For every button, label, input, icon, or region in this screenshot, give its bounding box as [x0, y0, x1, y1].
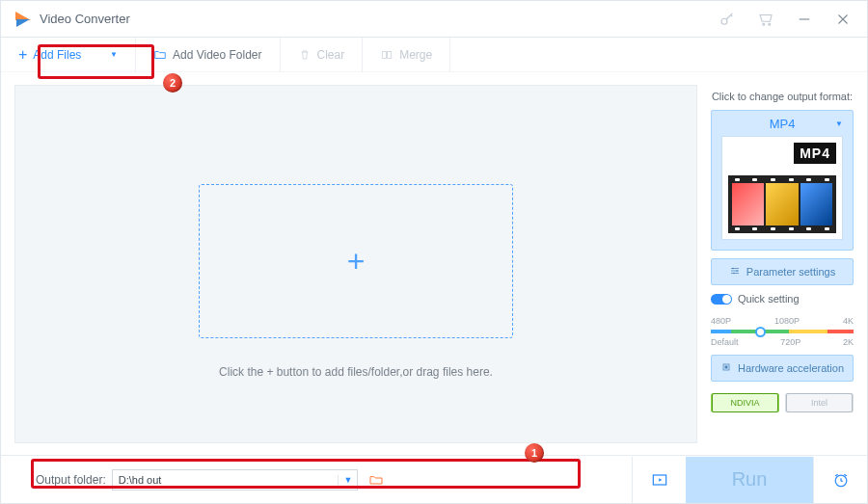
schedule-button[interactable]: [813, 457, 867, 503]
add-video-folder-label: Add Video Folder: [173, 48, 262, 62]
toolbar: + Add Files ▼ Add Video Folder Clear Mer…: [1, 38, 867, 72]
app-logo-icon: [14, 11, 32, 28]
add-files-button[interactable]: + Add Files ▼: [1, 38, 136, 72]
output-format-label: Click to change output format:: [711, 91, 854, 102]
nvidia-button[interactable]: NDIVIA: [711, 393, 779, 412]
footer: Output folder: ▼ Run: [1, 455, 867, 503]
svg-rect-9: [724, 366, 727, 369]
resolution-ticks-bottom: Default 720P 2K: [711, 337, 854, 347]
output-format-selector[interactable]: MP4 ▼: [712, 111, 853, 136]
tick-2k: 2K: [843, 337, 854, 347]
nvidia-label: NDIVIA: [712, 393, 778, 412]
drop-hint: Click the + button to add files/folder,o…: [15, 365, 696, 379]
svg-point-1: [763, 23, 765, 25]
play-output-button[interactable]: [632, 457, 686, 503]
run-label: Run: [732, 468, 768, 491]
filmstrip-icon: [728, 175, 836, 233]
tick-default: Default: [711, 337, 739, 347]
svg-rect-4: [388, 51, 392, 58]
plus-icon: +: [18, 46, 27, 64]
annotation-number-1: 1: [525, 443, 544, 463]
resolution-slider[interactable]: 480P 1080P 4K Default 720P 2K: [711, 316, 854, 347]
tick-480p: 480P: [711, 316, 731, 326]
svg-point-0: [721, 18, 727, 24]
merge-button[interactable]: Merge: [363, 38, 450, 72]
chevron-down-icon: ▼: [835, 119, 843, 128]
parameter-settings-label: Parameter settings: [746, 266, 835, 278]
svg-point-2: [769, 23, 771, 25]
close-icon[interactable]: [832, 9, 854, 30]
add-video-folder-button[interactable]: Add Video Folder: [136, 38, 281, 72]
browse-folder-button[interactable]: [366, 469, 387, 491]
output-folder-field[interactable]: ▼: [112, 469, 359, 491]
svg-rect-3: [383, 51, 387, 58]
slider-bar[interactable]: [711, 330, 854, 333]
svg-point-5: [732, 268, 734, 270]
output-folder-input[interactable]: [113, 474, 339, 486]
output-format-box[interactable]: MP4 ▼ MP4: [711, 110, 854, 251]
clear-label: Clear: [317, 48, 345, 62]
merge-icon: [380, 48, 393, 62]
drop-zone[interactable]: +: [199, 184, 513, 338]
hardware-acceleration-label: Hardware acceleration: [738, 362, 844, 374]
side-panel: Click to change output format: MP4 ▼ MP4…: [711, 85, 854, 443]
run-button[interactable]: Run: [686, 457, 813, 503]
content-area: + Click the + button to add files/folder…: [14, 85, 854, 443]
tick-720p: 720P: [780, 337, 800, 347]
format-tag: MP4: [794, 143, 836, 164]
sliders-icon: [729, 265, 741, 279]
folder-icon: [153, 48, 167, 62]
output-folder-dropdown[interactable]: ▼: [338, 475, 357, 485]
quick-setting-label: Quick setting: [738, 293, 800, 305]
output-format-value: MP4: [770, 117, 796, 131]
add-files-label: Add Files: [33, 48, 81, 62]
app-title: Video Converter: [40, 12, 130, 26]
svg-point-6: [736, 270, 738, 272]
tick-4k: 4K: [843, 316, 854, 326]
svg-point-7: [733, 273, 735, 275]
quick-setting-toggle[interactable]: [711, 294, 732, 305]
format-thumbnail: MP4: [721, 136, 843, 240]
hardware-acceleration-button[interactable]: Hardware acceleration: [711, 355, 854, 382]
chevron-down-icon: ▼: [110, 50, 118, 59]
cart-icon[interactable]: [755, 9, 776, 30]
parameter-settings-button[interactable]: Parameter settings: [711, 258, 854, 285]
intel-button[interactable]: Intel: [785, 393, 854, 412]
annotation-number-2: 2: [163, 73, 182, 93]
big-plus-icon: +: [347, 244, 366, 279]
chip-icon: [720, 361, 732, 375]
tick-1080p: 1080P: [774, 316, 800, 326]
resolution-ticks-top: 480P 1080P 4K: [711, 316, 854, 326]
drop-area[interactable]: + Click the + button to add files/folder…: [14, 85, 697, 443]
gpu-row: NDIVIA Intel: [711, 393, 854, 412]
key-icon[interactable]: [717, 9, 738, 30]
trash-icon: [298, 48, 312, 62]
minimize-icon[interactable]: [794, 9, 815, 30]
titlebar: Video Converter: [1, 1, 867, 38]
quick-setting-row: Quick setting: [711, 293, 854, 305]
output-folder-label: Output folder:: [36, 473, 106, 487]
intel-label: Intel: [786, 393, 853, 412]
merge-label: Merge: [399, 48, 432, 62]
clear-button[interactable]: Clear: [281, 38, 364, 72]
